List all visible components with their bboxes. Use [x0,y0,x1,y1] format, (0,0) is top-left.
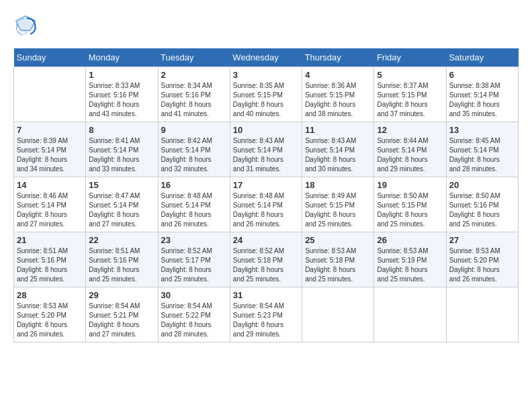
calendar-cell [446,287,518,342]
day-info: Sunrise: 8:48 AM Sunset: 5:14 PM Dayligh… [161,191,227,229]
day-info: Sunrise: 8:44 AM Sunset: 5:14 PM Dayligh… [377,136,443,174]
day-info: Sunrise: 8:35 AM Sunset: 5:15 PM Dayligh… [233,81,299,119]
calendar-cell: 5Sunrise: 8:37 AM Sunset: 5:15 PM Daylig… [374,67,446,122]
day-number: 22 [89,235,154,245]
day-info: Sunrise: 8:38 AM Sunset: 5:14 PM Dayligh… [449,81,515,119]
day-number: 21 [17,235,83,245]
day-number: 25 [305,235,371,245]
calendar-cell: 20Sunrise: 8:50 AM Sunset: 5:16 PM Dayli… [446,177,518,232]
calendar-week-row: 28Sunrise: 8:53 AM Sunset: 5:20 PM Dayli… [14,287,519,342]
calendar-cell: 10Sunrise: 8:43 AM Sunset: 5:14 PM Dayli… [230,122,302,177]
day-info: Sunrise: 8:53 AM Sunset: 5:18 PM Dayligh… [305,246,371,284]
day-info: Sunrise: 8:53 AM Sunset: 5:19 PM Dayligh… [377,246,443,284]
calendar-cell: 7Sunrise: 8:39 AM Sunset: 5:14 PM Daylig… [14,122,86,177]
calendar-cell [302,287,374,342]
calendar-cell: 22Sunrise: 8:51 AM Sunset: 5:16 PM Dayli… [86,232,158,287]
calendar-cell: 28Sunrise: 8:53 AM Sunset: 5:20 PM Dayli… [14,287,86,342]
day-number: 17 [233,180,299,190]
calendar-cell: 2Sunrise: 8:34 AM Sunset: 5:16 PM Daylig… [158,67,230,122]
calendar-cell: 14Sunrise: 8:46 AM Sunset: 5:14 PM Dayli… [14,177,86,232]
calendar-cell: 24Sunrise: 8:52 AM Sunset: 5:18 PM Dayli… [230,232,302,287]
calendar-cell: 21Sunrise: 8:51 AM Sunset: 5:16 PM Dayli… [14,232,86,287]
day-info: Sunrise: 8:51 AM Sunset: 5:16 PM Dayligh… [89,246,154,284]
day-info: Sunrise: 8:41 AM Sunset: 5:14 PM Dayligh… [89,136,154,174]
day-number: 29 [89,290,154,300]
day-number: 28 [17,290,83,300]
day-info: Sunrise: 8:36 AM Sunset: 5:15 PM Dayligh… [305,81,371,119]
day-info: Sunrise: 8:34 AM Sunset: 5:16 PM Dayligh… [161,81,227,119]
weekday-header: Sunday [14,48,86,67]
day-info: Sunrise: 8:54 AM Sunset: 5:21 PM Dayligh… [89,302,154,339]
page-header [13,13,519,38]
day-info: Sunrise: 8:53 AM Sunset: 5:20 PM Dayligh… [449,246,515,284]
calendar-cell: 30Sunrise: 8:54 AM Sunset: 5:22 PM Dayli… [158,287,230,342]
calendar-week-row: 14Sunrise: 8:46 AM Sunset: 5:14 PM Dayli… [14,177,519,232]
day-info: Sunrise: 8:42 AM Sunset: 5:14 PM Dayligh… [161,136,227,174]
day-number: 23 [161,235,227,245]
day-number: 3 [233,70,299,80]
logo-icon [13,13,38,38]
day-number: 26 [377,235,443,245]
day-number: 8 [89,125,154,135]
calendar-cell: 9Sunrise: 8:42 AM Sunset: 5:14 PM Daylig… [158,122,230,177]
day-info: Sunrise: 8:33 AM Sunset: 5:16 PM Dayligh… [89,81,154,119]
weekday-header-row: SundayMondayTuesdayWednesdayThursdayFrid… [14,48,519,67]
day-info: Sunrise: 8:37 AM Sunset: 5:15 PM Dayligh… [377,81,443,119]
calendar-cell [374,287,446,342]
day-info: Sunrise: 8:52 AM Sunset: 5:17 PM Dayligh… [161,246,227,284]
logo [13,13,40,38]
weekday-header: Friday [374,48,446,67]
day-number: 24 [233,235,299,245]
day-number: 2 [161,70,227,80]
calendar-cell: 19Sunrise: 8:50 AM Sunset: 5:15 PM Dayli… [374,177,446,232]
day-number: 15 [89,180,154,190]
weekday-header: Monday [86,48,158,67]
day-info: Sunrise: 8:51 AM Sunset: 5:16 PM Dayligh… [17,246,83,284]
day-info: Sunrise: 8:49 AM Sunset: 5:15 PM Dayligh… [305,191,371,229]
calendar-cell: 15Sunrise: 8:47 AM Sunset: 5:14 PM Dayli… [86,177,158,232]
weekday-header: Wednesday [230,48,302,67]
day-info: Sunrise: 8:47 AM Sunset: 5:14 PM Dayligh… [89,191,154,229]
calendar-cell: 29Sunrise: 8:54 AM Sunset: 5:21 PM Dayli… [86,287,158,342]
day-number: 18 [305,180,371,190]
day-number: 9 [161,125,227,135]
day-number: 7 [17,125,83,135]
calendar-cell: 18Sunrise: 8:49 AM Sunset: 5:15 PM Dayli… [302,177,374,232]
day-number: 19 [377,180,443,190]
calendar-cell: 11Sunrise: 8:43 AM Sunset: 5:14 PM Dayli… [302,122,374,177]
day-info: Sunrise: 8:48 AM Sunset: 5:14 PM Dayligh… [233,191,299,229]
calendar-cell: 4Sunrise: 8:36 AM Sunset: 5:15 PM Daylig… [302,67,374,122]
calendar-week-row: 1Sunrise: 8:33 AM Sunset: 5:16 PM Daylig… [14,67,519,122]
day-number: 4 [305,70,371,80]
calendar-cell: 25Sunrise: 8:53 AM Sunset: 5:18 PM Dayli… [302,232,374,287]
day-number: 11 [305,125,371,135]
day-number: 6 [449,70,515,80]
day-number: 1 [89,70,154,80]
day-info: Sunrise: 8:39 AM Sunset: 5:14 PM Dayligh… [17,136,83,174]
day-number: 14 [17,180,83,190]
day-info: Sunrise: 8:52 AM Sunset: 5:18 PM Dayligh… [233,246,299,284]
calendar-week-row: 21Sunrise: 8:51 AM Sunset: 5:16 PM Dayli… [14,232,519,287]
day-info: Sunrise: 8:46 AM Sunset: 5:14 PM Dayligh… [17,191,83,229]
day-number: 13 [449,125,515,135]
calendar-cell: 16Sunrise: 8:48 AM Sunset: 5:14 PM Dayli… [158,177,230,232]
day-info: Sunrise: 8:54 AM Sunset: 5:23 PM Dayligh… [233,302,299,339]
weekday-header: Saturday [446,48,518,67]
day-number: 16 [161,180,227,190]
calendar-cell: 1Sunrise: 8:33 AM Sunset: 5:16 PM Daylig… [86,67,158,122]
day-info: Sunrise: 8:43 AM Sunset: 5:14 PM Dayligh… [305,136,371,174]
day-number: 20 [449,180,515,190]
calendar-cell: 27Sunrise: 8:53 AM Sunset: 5:20 PM Dayli… [446,232,518,287]
day-info: Sunrise: 8:45 AM Sunset: 5:14 PM Dayligh… [449,136,515,174]
calendar-cell: 17Sunrise: 8:48 AM Sunset: 5:14 PM Dayli… [230,177,302,232]
calendar-cell: 31Sunrise: 8:54 AM Sunset: 5:23 PM Dayli… [230,287,302,342]
calendar-cell: 23Sunrise: 8:52 AM Sunset: 5:17 PM Dayli… [158,232,230,287]
calendar-table: SundayMondayTuesdayWednesdayThursdayFrid… [13,48,519,342]
calendar-week-row: 7Sunrise: 8:39 AM Sunset: 5:14 PM Daylig… [14,122,519,177]
day-number: 12 [377,125,443,135]
calendar-cell [14,67,86,122]
weekday-header: Thursday [302,48,374,67]
calendar-cell: 26Sunrise: 8:53 AM Sunset: 5:19 PM Dayli… [374,232,446,287]
day-info: Sunrise: 8:50 AM Sunset: 5:15 PM Dayligh… [377,191,443,229]
calendar-cell: 3Sunrise: 8:35 AM Sunset: 5:15 PM Daylig… [230,67,302,122]
